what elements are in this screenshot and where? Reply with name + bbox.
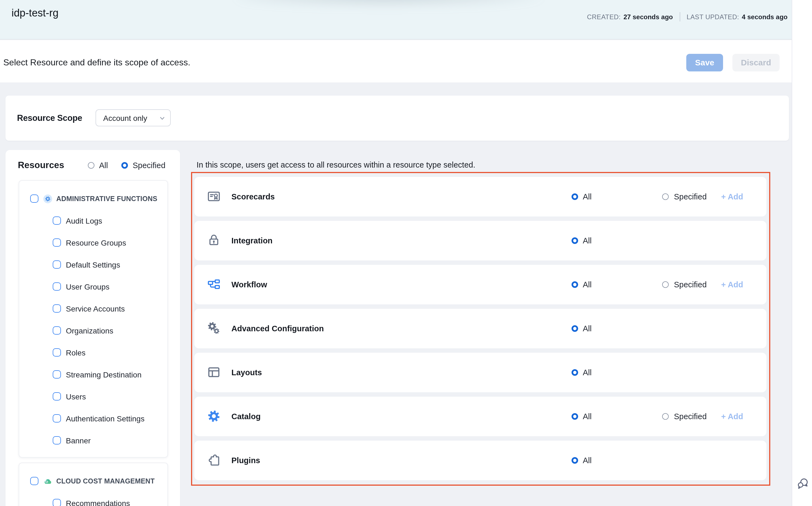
row-radio-all[interactable] [571,281,578,287]
resource-tree-item: Banner [19,429,168,451]
gears-icon [207,321,220,335]
resource-type-name: Scorecards [231,192,275,201]
row-radio-all[interactable] [571,369,578,375]
item-checkbox[interactable] [53,238,61,247]
row-radio-all[interactable] [571,193,578,200]
item-checkbox[interactable] [53,217,61,225]
resource-scope-select[interactable]: Account only [96,109,171,126]
resource-tree-item: Service Accounts [19,298,168,320]
item-label: Service Accounts [66,304,125,313]
item-checkbox[interactable] [53,348,61,356]
row-radio-all-label: All [583,324,592,333]
row-radio-specified[interactable] [662,281,669,287]
item-label: Banner [66,436,91,445]
item-checkbox[interactable] [53,260,61,269]
resource-tree-item: Default Settings [19,254,168,275]
chevron-down-icon [160,116,165,121]
scope-note: In this scope, users get access to all r… [197,160,476,169]
radio-specified-label: Specified [132,161,165,169]
row-radio-specified-label: Specified [674,280,707,289]
resource-tree-item: Streaming Destination [19,363,168,386]
item-label: Organizations [66,326,113,335]
resource-type-name: Catalog [231,412,261,421]
svg-text:$: $ [45,480,47,483]
item-label: Recommendations [66,499,130,506]
resource-tree-item: Users [19,386,168,407]
chat-support-icon[interactable] [796,477,809,490]
group-label: CLOUD COST MANAGEMENT [56,477,155,485]
row-radio-specified-label: Specified [674,192,707,201]
resource-tree-item: Resource Groups [19,232,168,254]
row-radio-all[interactable] [571,325,578,332]
resource-group-page: idp-test-rg CREATED: 27 seconds ago LAST… [0,0,812,506]
resource-type-row: Plugins All [194,440,767,480]
radio-specified[interactable] [121,162,128,168]
row-radio-all-label: All [583,236,592,245]
resource-tree-item: Roles [19,341,168,363]
scorecard-icon [207,189,220,203]
meta-info: CREATED: 27 seconds ago LAST UPDATED: 4 … [587,12,788,21]
row-radio-specified[interactable] [662,193,669,200]
row-radio-specified[interactable] [662,413,669,419]
row-radio-all[interactable] [571,457,578,463]
row-radio-specified-label: Specified [674,412,707,421]
item-label: Streaming Destination [66,370,142,379]
item-checkbox[interactable] [53,326,61,335]
item-checkbox[interactable] [53,282,61,290]
cloud-dollar-badge: $ [43,477,52,485]
gear-icon [207,409,220,423]
updated-value: 4 seconds ago [742,13,788,21]
resource-scope-card: Resource Scope Account only [5,95,789,140]
resource-type-row: Workflow All Specified + Add [194,264,767,304]
resource-scope-label: Resource Scope [17,113,82,123]
resource-type-name: Plugins [231,456,260,465]
action-toolbar: Select Resource and define its scope of … [0,40,791,82]
item-checkbox[interactable] [53,499,61,506]
resource-type-name: Workflow [231,280,267,289]
resource-type-name: Advanced Configuration [231,324,324,333]
meta-divider [680,12,680,21]
group-checkbox[interactable] [30,194,38,203]
row-radio-all-label: All [583,192,592,201]
resource-group-card-administrative-functions: ADMINISTRATIVE FUNCTIONS Audit Logs Reso… [18,180,168,457]
row-radio-all-label: All [583,368,592,377]
created-label: CREATED: [587,13,621,21]
row-add-link[interactable]: + Add [721,280,743,289]
item-checkbox[interactable] [53,436,61,444]
item-checkbox[interactable] [53,304,61,313]
resources-panel: Resources All Specified ADMINISTRATIVE F… [5,150,180,506]
resource-tree-item: User Groups [19,275,168,298]
row-add-link[interactable]: + Add [721,192,743,201]
resource-type-row: Catalog All Specified + Add [194,396,767,436]
lock-icon [207,234,220,247]
row-radio-all[interactable] [571,413,578,419]
discard-button[interactable]: Discard [732,54,780,71]
item-checkbox[interactable] [53,370,61,378]
resource-group-header: ADMINISTRATIVE FUNCTIONS [19,188,168,209]
workflow-icon [207,277,220,291]
item-label: Audit Logs [66,216,102,225]
puzzle-icon [207,453,220,467]
row-radio-all-label: All [583,280,592,289]
item-label: Authentication Settings [66,414,144,423]
save-button[interactable]: Save [686,54,723,71]
resources-scope-radios: All Specified [88,161,166,169]
created-value: 27 seconds ago [623,13,673,21]
resource-tree-item: Audit Logs [19,209,168,232]
item-checkbox[interactable] [53,392,61,401]
page-instruction: Select Resource and define its scope of … [3,58,190,67]
resource-type-row: Layouts All [194,352,767,392]
resource-types-highlight-box: Scorecards All Specified + Add Integrati… [191,172,770,485]
item-checkbox[interactable] [53,414,61,422]
resource-type-row: Integration All [194,221,767,260]
row-radio-all[interactable] [571,237,578,244]
row-add-link[interactable]: + Add [721,412,743,421]
item-label: Roles [66,348,86,357]
resource-type-row: Advanced Configuration All [194,309,767,348]
group-checkbox[interactable] [30,477,38,485]
header-shadow-smudge [236,0,543,5]
group-label: ADMINISTRATIVE FUNCTIONS [56,195,157,202]
radio-all[interactable] [88,162,94,168]
right-gutter [791,0,812,506]
page-title: idp-test-rg [11,7,59,19]
